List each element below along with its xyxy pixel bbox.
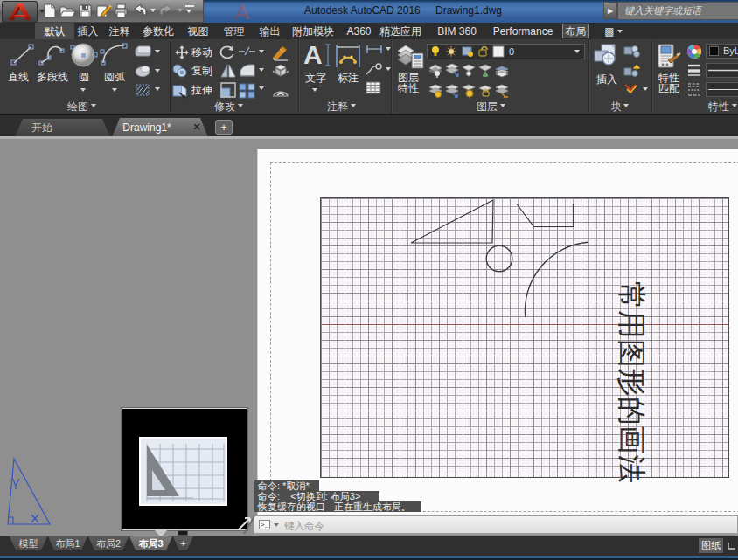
svg-text:0: 0 [509,46,514,57]
